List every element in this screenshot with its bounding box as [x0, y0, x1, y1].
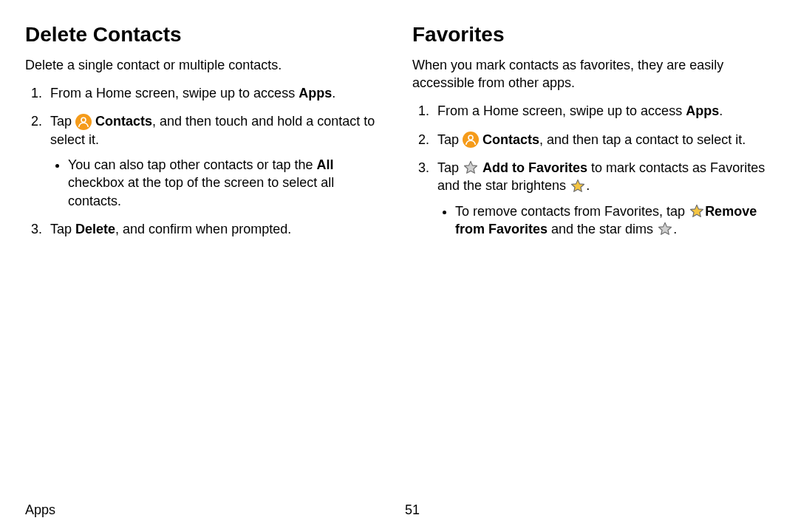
step-2: Tap Contacts, and then touch and hold a …: [46, 112, 386, 209]
text: .: [586, 178, 590, 193]
steps-delete-contacts: From a Home screen, swipe up to access A…: [25, 84, 386, 238]
text: You can also tap other contacts or tap t…: [68, 157, 317, 172]
text: Tap: [50, 114, 75, 129]
text: To remove contacts from Favorites, tap: [455, 204, 689, 219]
bold-apps: Apps: [686, 103, 719, 118]
substeps: To remove contacts from Favorites, tap R…: [437, 202, 773, 239]
heading-delete-contacts: Delete Contacts: [25, 21, 386, 49]
text: .: [719, 103, 723, 118]
star-bright-icon: [689, 203, 705, 219]
right-column: Favorites When you mark contacts as favo…: [412, 21, 773, 495]
text: checkbox at the top of the screen to sel…: [68, 175, 334, 208]
step-3: Tap Delete, and confirm when prompted.: [46, 220, 386, 238]
steps-favorites: From a Home screen, swipe up to access A…: [412, 102, 773, 238]
step-2: Tap Contacts, and then tap a contact to …: [433, 131, 773, 149]
bold-add-to-favorites: Add to Favorites: [482, 160, 587, 175]
text: Tap: [437, 132, 463, 147]
text: Tap: [437, 160, 463, 175]
footer-section: Apps: [25, 501, 55, 519]
page-footer: Apps 51 .: [25, 495, 773, 519]
contacts-app-icon: [75, 114, 92, 130]
text: From a Home screen, swipe up to access: [50, 86, 299, 100]
bold-apps: Apps: [299, 86, 332, 100]
contacts-app-icon: [463, 132, 479, 148]
left-column: Delete Contacts Delete a single contact …: [25, 21, 386, 495]
footer-page-number: 51: [405, 501, 420, 519]
text: .: [332, 86, 335, 100]
substep: You can also tap other contacts or tap t…: [68, 156, 386, 210]
bold-all: All: [317, 157, 334, 172]
step-3: Tap Add to Favorites to mark contacts as…: [433, 159, 773, 238]
substep: To remove contacts from Favorites, tap R…: [455, 202, 773, 239]
text: , and confirm when prompted.: [115, 222, 291, 236]
substeps: You can also tap other contacts or tap t…: [50, 156, 386, 210]
text: .: [673, 222, 677, 236]
bold-contacts: Contacts: [95, 114, 152, 129]
text: From a Home screen, swipe up to access: [437, 103, 686, 118]
text: Tap: [50, 222, 75, 236]
step-1: From a Home screen, swipe up to access A…: [433, 102, 773, 120]
star-dim-icon: [657, 221, 673, 237]
bold-contacts: Contacts: [482, 132, 539, 147]
intro-favorites: When you mark contacts as favorites, the…: [412, 56, 773, 92]
star-bright-icon: [570, 178, 586, 194]
bold-delete: Delete: [75, 222, 115, 236]
text: and the star dims: [548, 222, 657, 236]
text: , and then tap a contact to select it.: [539, 132, 746, 147]
step-1: From a Home screen, swipe up to access A…: [46, 84, 386, 102]
heading-favorites: Favorites: [412, 21, 773, 49]
star-outline-icon: [463, 160, 479, 176]
intro-delete-contacts: Delete a single contact or multiple cont…: [25, 56, 386, 74]
